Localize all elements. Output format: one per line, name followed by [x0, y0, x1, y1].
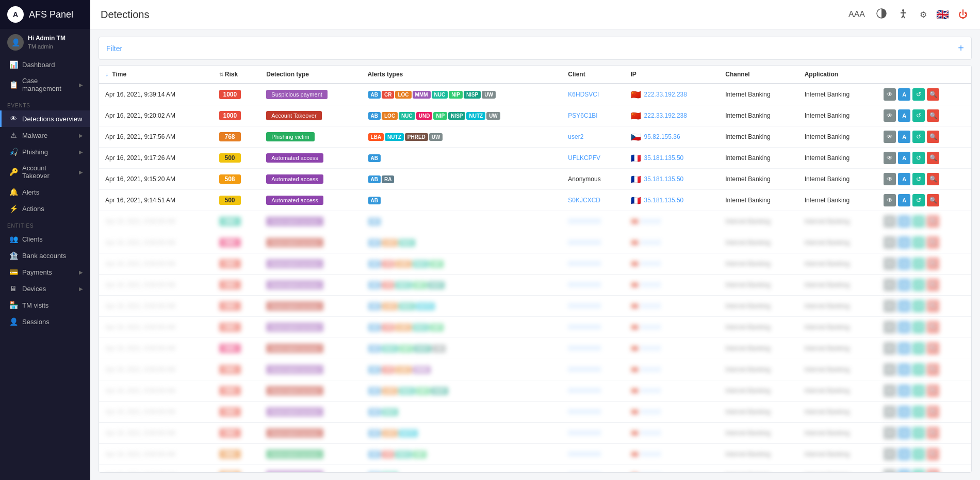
sidebar-item-actions[interactable]: ⚡ Actions	[0, 200, 90, 217]
sidebar-item-tm-visits[interactable]: 🏪 TM visits	[0, 297, 90, 313]
alert-tag[interactable]: LBA	[368, 133, 384, 141]
view-button[interactable]: 👁	[884, 173, 896, 185]
cell-row-actions: 👁 A ↺ 🔍	[877, 126, 971, 148]
view-button[interactable]: 👁	[884, 109, 896, 122]
user-button[interactable]: A	[898, 88, 910, 101]
alert-tag[interactable]: MMM	[413, 91, 431, 99]
ip-link[interactable]: 35.181.135.50	[644, 154, 684, 162]
alert-tag: NUC	[413, 260, 429, 268]
sidebar-item-malware[interactable]: ⚠ Malware ▶	[0, 127, 90, 143]
alert-tag[interactable]: UND	[416, 112, 433, 120]
user-button[interactable]: A	[898, 152, 910, 164]
settings-button[interactable]: ⚙	[918, 9, 929, 21]
search-button[interactable]: 🔍	[927, 152, 939, 164]
view-button[interactable]: 👁	[884, 152, 896, 164]
ip-link[interactable]: 222.33.192.238	[644, 91, 687, 98]
sidebar-item-clients[interactable]: 👥 Clients	[0, 231, 90, 247]
language-flag[interactable]: 🇬🇧	[936, 8, 949, 21]
ip-link[interactable]: 35.181.135.50	[644, 197, 684, 204]
alert-tag[interactable]: AB	[368, 112, 381, 120]
font-size-button[interactable]: AAA	[846, 9, 867, 20]
ip-link[interactable]: 95.82.155.36	[644, 133, 680, 140]
ip-link[interactable]: 35.181.135.50	[644, 175, 684, 183]
alert-tag[interactable]: NISP	[464, 91, 481, 99]
refresh-button[interactable]: ↺	[912, 152, 925, 164]
user-button[interactable]: A	[898, 109, 910, 122]
sidebar-item-bank-accounts[interactable]: 🏦 Bank accounts	[0, 247, 90, 264]
alert-tag[interactable]: NUC	[399, 112, 415, 120]
sidebar-item-alerts[interactable]: 🔔 Alerts	[0, 184, 90, 200]
cell-detection-type: Automated access	[260, 148, 361, 169]
search-button[interactable]: 🔍	[927, 131, 939, 143]
view-button[interactable]: 👁	[884, 131, 896, 143]
view-button: 👁	[884, 342, 896, 355]
sidebar-item-dashboard[interactable]: 📊 Dashboard	[0, 56, 90, 73]
cell-risk: 500	[213, 444, 260, 465]
user-button: A	[898, 385, 910, 397]
alert-tag[interactable]: NISP	[448, 112, 465, 120]
sidebar-item-phishing[interactable]: 🎣 Phishing ▶	[0, 143, 90, 160]
alert-tag[interactable]: AB	[368, 91, 381, 99]
alert-tag[interactable]: NIP	[449, 91, 463, 99]
refresh-button[interactable]: ↺	[912, 131, 925, 143]
sidebar-item-case-management[interactable]: 📋 Case management ▶	[0, 73, 90, 97]
alert-tag: NISP	[414, 345, 431, 353]
sidebar-item-sessions[interactable]: 👤 Sessions	[0, 313, 90, 330]
sidebar-item-payments[interactable]: 💳 Payments ▶	[0, 264, 90, 280]
sidebar-item-account-takeover[interactable]: 🔑 Account Takeover ▶	[0, 160, 90, 184]
cell-ip: 🇨🇳0.0.0.0	[625, 232, 720, 253]
user-button[interactable]: A	[898, 194, 910, 206]
alert-tag[interactable]: PHRED	[405, 133, 428, 141]
refresh-button[interactable]: ↺	[912, 88, 925, 101]
alert-tag[interactable]: NUTZ	[385, 133, 404, 141]
cell-channel: Internet Banking	[719, 275, 798, 296]
ip-link[interactable]: 222.33.192.238	[644, 112, 687, 119]
filter-add-button[interactable]: +	[958, 42, 964, 54]
alert-tag[interactable]: UW	[486, 112, 500, 120]
alert-tag[interactable]: LOC	[395, 91, 411, 99]
sidebar-item-detections-overview[interactable]: 👁 Detections overview	[0, 110, 90, 127]
action-buttons: 👁 A ↺ 🔍	[884, 173, 965, 185]
client-link[interactable]: K6HDSVCI	[568, 91, 599, 98]
search-button[interactable]: 🔍	[927, 88, 939, 101]
search-button[interactable]: 🔍	[927, 173, 939, 185]
col-risk[interactable]: ⇅ Risk	[213, 66, 260, 84]
contrast-button[interactable]	[874, 7, 889, 22]
client-link[interactable]: PSY6C1BI	[568, 112, 597, 119]
sidebar-item-devices[interactable]: 🖥 Devices ▶	[0, 280, 90, 297]
refresh-button[interactable]: ↺	[912, 194, 925, 206]
accessibility-button[interactable]	[896, 7, 910, 22]
user-button[interactable]: A	[898, 131, 910, 143]
power-button[interactable]: ⏻	[956, 8, 970, 21]
alert-tag[interactable]: NUTZ	[466, 112, 485, 120]
alert-tag[interactable]: RA	[382, 175, 394, 183]
view-button[interactable]: 👁	[884, 88, 896, 101]
cell-risk: 500	[213, 232, 260, 253]
client-link[interactable]: user2	[568, 133, 583, 140]
user-button[interactable]: A	[898, 173, 910, 185]
refresh-button[interactable]: ↺	[912, 109, 925, 122]
alert-tag[interactable]: AB	[368, 197, 381, 204]
filter-label[interactable]: Filter	[106, 44, 122, 53]
alert-tag: CR	[382, 324, 394, 331]
search-button[interactable]: 🔍	[927, 109, 939, 122]
alert-tag[interactable]: UW	[482, 91, 496, 99]
col-channel: Channel	[719, 66, 798, 84]
cell-detection-type: Automated access	[260, 465, 361, 473]
search-button[interactable]: 🔍	[927, 194, 939, 206]
view-button[interactable]: 👁	[884, 194, 896, 206]
alert-tag[interactable]: AB	[368, 175, 381, 183]
alert-tag[interactable]: UW	[429, 133, 443, 141]
client-link[interactable]: UFLKCPFV	[568, 154, 600, 162]
refresh-button[interactable]: ↺	[912, 173, 925, 185]
client-link[interactable]: S0KJCXCD	[568, 197, 600, 204]
col-time[interactable]: ↓ Time	[99, 66, 213, 84]
alert-tag[interactable]: CR	[382, 91, 394, 99]
table-row: Apr 16, 2021, 9:17:56 AM768Phishing vict…	[99, 126, 971, 148]
alert-tag[interactable]: LOC	[382, 112, 398, 120]
alert-tag[interactable]: NUC	[432, 91, 448, 99]
alert-tag[interactable]: AB	[368, 154, 381, 162]
alert-tag[interactable]: NIP	[433, 112, 447, 120]
cell-row-actions: 👁 A ↺ 🔍	[877, 380, 971, 402]
table-row: Apr 16, 2021, 9:17:26 AM500Automated acc…	[99, 148, 971, 169]
